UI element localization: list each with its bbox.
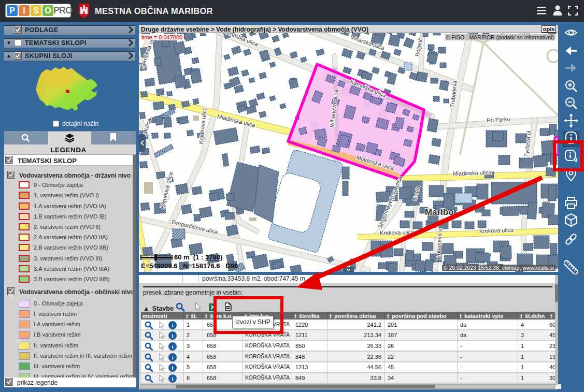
svg-text:Kamniška ulica: Kamniška ulica [221, 33, 260, 48]
svg-text:Krekova ulica: Krekova ulica [479, 227, 514, 234]
svg-text:Maribor: Maribor [425, 207, 458, 217]
svg-text:Trubarjeva u: Trubarjeva u [435, 228, 443, 260]
svg-text:Pri Parku: Pri Parku [487, 116, 510, 123]
svg-text:Krekova ulica: Krekova ulica [380, 229, 415, 236]
